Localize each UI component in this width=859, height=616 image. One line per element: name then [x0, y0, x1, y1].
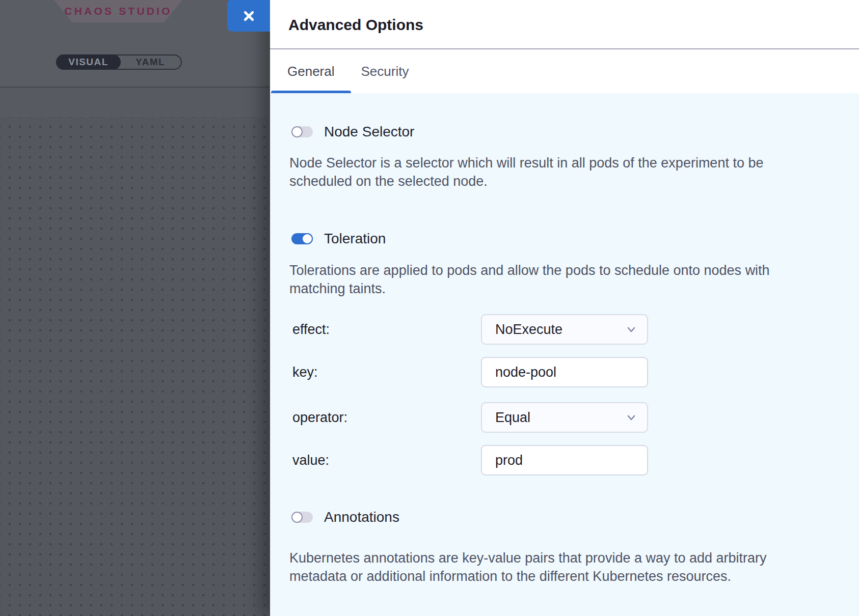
general-tab-content: Node Selector Node Selector is a selecto… [270, 93, 859, 616]
drawer-tabbar: General Security [271, 49, 425, 93]
toleration-toggle[interactable] [291, 233, 313, 244]
operator-field-row: operator: Equal [270, 402, 859, 433]
annotations-row: Annotations [291, 509, 399, 525]
yaml-tab[interactable]: YAML [120, 55, 181, 69]
drawer-title: Advanced Options [288, 0, 423, 48]
drawer-header: Advanced Options [270, 0, 859, 48]
visual-yaml-toggle[interactable]: VISUAL YAML [56, 54, 182, 70]
close-icon [242, 9, 256, 23]
chaos-studio-banner-label: CHAOS STUDIO [64, 5, 172, 17]
effect-label: effect: [292, 314, 330, 345]
node-selector-row: Node Selector [291, 124, 414, 140]
annotations-description: Kubernetes annotations are key-value pai… [289, 549, 767, 585]
operator-select[interactable]: Equal [481, 402, 648, 433]
visual-tab[interactable]: VISUAL [56, 54, 121, 70]
annotations-toggle[interactable] [291, 512, 313, 523]
chaos-studio-banner: CHAOS STUDIO [54, 0, 182, 22]
value-field-row: value: [270, 445, 859, 475]
node-selector-description: Node Selector is a selector which will r… [289, 154, 763, 190]
chevron-down-icon [626, 412, 637, 423]
key-input[interactable] [481, 357, 648, 387]
node-selector-toggle[interactable] [291, 126, 313, 137]
advanced-options-drawer: Advanced Options General Security Node S… [270, 0, 859, 616]
value-input[interactable] [481, 445, 648, 475]
toggle-knob [302, 233, 313, 244]
experiment-dot-grid-canvas [0, 117, 270, 616]
chevron-down-icon [626, 324, 637, 335]
effect-field-row: effect: NoExecute [270, 314, 859, 345]
toleration-label: Toleration [324, 231, 386, 247]
node-selector-label: Node Selector [324, 124, 414, 140]
toleration-description: Tolerations are applied to pods and allo… [289, 261, 770, 298]
operator-selected-value: Equal [495, 410, 530, 426]
effect-selected-value: NoExecute [495, 322, 562, 338]
close-drawer-button[interactable] [227, 0, 270, 32]
toggle-knob [291, 126, 303, 137]
key-label: key: [292, 357, 318, 387]
dimmed-canvas-stage: CHAOS STUDIO VISUAL YAML [0, 0, 270, 616]
key-field-row: key: [270, 357, 859, 387]
annotations-label: Annotations [324, 509, 399, 525]
toggle-knob [291, 512, 303, 523]
tab-general[interactable]: General [271, 49, 351, 93]
operator-label: operator: [292, 402, 347, 433]
value-label: value: [292, 445, 329, 475]
stage-toolbar-band [0, 88, 270, 117]
effect-select[interactable]: NoExecute [481, 314, 648, 345]
chaos-studio-app: CHAOS STUDIO VISUAL YAML Advanced Option… [0, 0, 859, 616]
toleration-row: Toleration [291, 231, 386, 247]
tab-security[interactable]: Security [351, 49, 425, 93]
